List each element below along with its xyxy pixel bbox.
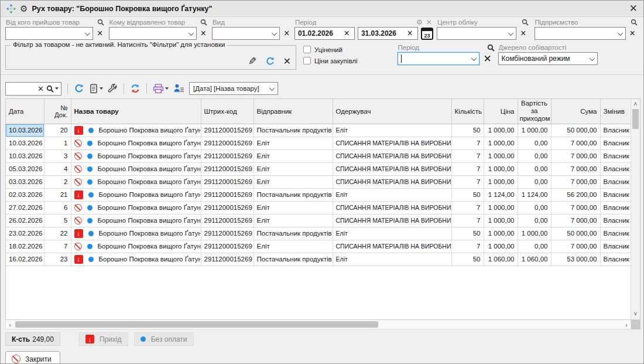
date-to-clear-icon[interactable]: × — [406, 29, 415, 38]
col-header-barcode[interactable]: Штрих-код — [201, 99, 254, 124]
cell-cost[interactable]: 0,00 — [518, 240, 551, 253]
cell-sender[interactable]: Постачальник продуктів — [254, 188, 333, 201]
cell-price[interactable]: 1 000,00 — [484, 227, 518, 240]
cell-product-name[interactable]: Борошно Покровка вищого Ґатунку — [71, 227, 201, 240]
cell-changed-by[interactable]: Власник — [600, 175, 631, 188]
cell-doc-number[interactable]: 23 — [44, 253, 71, 266]
cell-receiver[interactable]: Еліт — [333, 227, 451, 240]
filter-to-clear-icon[interactable]: × — [199, 29, 208, 38]
cell-changed-by[interactable]: Власник — [600, 240, 631, 253]
table-row[interactable]: 02.03.2026 21 Борошно Покровка вищого Ґа… — [6, 188, 631, 201]
cell-sender[interactable]: Еліт — [254, 149, 333, 162]
cell-changed-by[interactable]: Власник — [600, 214, 631, 227]
horizontal-scroll-thumb[interactable] — [15, 321, 378, 328]
cell-sender[interactable]: Еліт — [254, 137, 333, 149]
filter-period2-combo[interactable] — [398, 52, 479, 65]
col-header-cost[interactable]: Вартість за приходом — [518, 99, 551, 124]
search-icon[interactable] — [522, 19, 529, 26]
cell-barcode[interactable]: 2911200015269 — [201, 227, 254, 240]
filter-from-clear-icon[interactable]: × — [95, 29, 104, 38]
close-window-icon[interactable]: ✕ — [629, 4, 638, 13]
period-date-to[interactable]: 31.03.2026× — [358, 27, 418, 40]
col-header-changed[interactable]: Змінив — [600, 99, 631, 124]
cell-changed-by[interactable]: Власник — [600, 253, 631, 266]
cell-date[interactable]: 10.03.2026 — [6, 124, 44, 137]
cell-product-name[interactable]: Борошно Покровка вищого Ґатунку — [71, 253, 201, 266]
cell-cost[interactable]: 1 000,00 — [518, 227, 551, 240]
cell-cost[interactable]: 0,00 — [518, 201, 551, 214]
purchase-prices-checkbox[interactable] — [303, 57, 311, 64]
cell-sum[interactable]: 50 000,00 — [551, 124, 600, 137]
search-icon[interactable] — [46, 85, 59, 93]
cell-receiver[interactable]: СПИСАННЯ МАТЕРІАЛІВ НА ВИРОБНИЦТВО — [333, 137, 451, 149]
cell-doc-number[interactable]: 21 — [44, 188, 71, 201]
cell-barcode[interactable]: 2911200015269 — [201, 214, 254, 227]
cell-date[interactable]: 18.02.2026 — [6, 240, 44, 253]
cell-product-name[interactable]: Борошно Покровка вищого Ґатунку — [71, 175, 201, 188]
table-row[interactable]: 16.02.2026 23 Борошно Покровка вищого Ґа… — [6, 253, 631, 266]
cell-product-name[interactable]: Борошно Покровка вищого Ґатунку — [71, 240, 201, 253]
filter-center-combo[interactable] — [437, 27, 516, 40]
search-icon[interactable] — [200, 19, 207, 26]
col-header-receiver[interactable]: Одержувач — [333, 99, 451, 124]
table-row[interactable]: 10.03.2026 20 Борошно Покровка вищого Ґа… — [6, 124, 631, 137]
scroll-down-icon[interactable]: ˅ — [631, 310, 640, 318]
table-row[interactable]: 27.02.2026 6 Борошно Покровка вищого Ґат… — [6, 201, 631, 214]
filter-enterprise-clear-icon[interactable]: × — [628, 29, 637, 38]
filter-kind-combo[interactable] — [212, 27, 280, 40]
cell-sender[interactable]: Постачальник продуктів — [254, 124, 333, 137]
cell-quantity[interactable]: 7 — [451, 149, 484, 162]
cell-cost[interactable]: 0,00 — [518, 162, 551, 175]
table-row[interactable]: 26.02.2026 5 Борошно Покровка вищого Ґат… — [6, 214, 631, 227]
table-row[interactable]: 18.02.2026 7 Борошно Покровка вищого Ґат… — [6, 240, 631, 253]
calendar-icon[interactable]: 23 — [421, 28, 433, 40]
cell-receiver[interactable]: Еліт — [333, 188, 451, 201]
cell-quantity[interactable]: 50 — [451, 253, 484, 266]
cell-cost[interactable]: 0,00 — [518, 149, 551, 162]
cell-changed-by[interactable]: Власник — [600, 149, 631, 162]
cell-doc-number[interactable]: 2 — [44, 175, 71, 188]
cell-cost[interactable]: 0,00 — [518, 175, 551, 188]
cell-quantity[interactable]: 7 — [451, 214, 484, 227]
cell-quantity[interactable]: 50 — [451, 188, 484, 201]
cell-doc-number[interactable]: 3 — [44, 149, 71, 162]
cell-date[interactable]: 10.03.2026 — [6, 149, 44, 162]
cell-receiver[interactable]: СПИСАННЯ МАТЕРІАЛІВ НА ВИРОБНИЦТВО — [333, 175, 451, 188]
cell-date[interactable]: 27.02.2026 — [6, 201, 44, 214]
cell-price[interactable]: 1 000,00 — [484, 162, 518, 175]
cell-sum[interactable]: 7 000,00 — [551, 214, 600, 227]
discounted-checkbox-row[interactable]: Уцінений — [303, 46, 358, 53]
cell-doc-number[interactable]: 20 — [44, 124, 71, 137]
move-icon[interactable] — [6, 4, 16, 13]
cell-quantity[interactable]: 7 — [451, 137, 484, 149]
search-icon[interactable] — [631, 19, 638, 26]
cell-barcode[interactable]: 2911200015269 — [201, 162, 254, 175]
cell-sender[interactable]: Еліт — [254, 201, 333, 214]
cost-source-combo[interactable]: Комбінований режим — [498, 52, 598, 65]
cell-barcode[interactable]: 2911200015269 — [201, 240, 254, 253]
settings-gear-icon[interactable]: ⚙ — [20, 4, 28, 13]
clear-filter-icon[interactable]: ✕ — [283, 57, 291, 66]
cell-barcode[interactable]: 2911200015269 — [201, 188, 254, 201]
cell-receiver[interactable]: СПИСАННЯ МАТЕРІАЛІВ НА ВИРОБНИЦТВО — [333, 214, 451, 227]
cell-cost[interactable]: 1 060,00 — [518, 253, 551, 266]
cell-price[interactable]: 1 060,00 — [484, 253, 518, 266]
cell-doc-number[interactable]: 6 — [44, 201, 71, 214]
cell-sender[interactable]: Постачальник продуктів — [254, 227, 333, 240]
cell-changed-by[interactable]: Власник — [600, 162, 631, 175]
search-clear-icon[interactable]: ✕ — [37, 84, 44, 93]
cell-sender[interactable]: Еліт — [254, 214, 333, 227]
cell-barcode[interactable]: 2911200015269 — [201, 149, 254, 162]
cell-quantity[interactable]: 50 — [451, 124, 484, 137]
cell-date[interactable]: 26.02.2026 — [6, 214, 44, 227]
filter-to-combo[interactable] — [109, 27, 197, 40]
cell-doc-number[interactable]: 22 — [44, 227, 71, 240]
cell-changed-by[interactable]: Власник — [600, 124, 631, 137]
cell-price[interactable]: 1 124,00 — [484, 188, 518, 201]
cell-sum[interactable]: 7 000,00 — [551, 201, 600, 214]
cell-doc-number[interactable]: 4 — [44, 162, 71, 175]
cell-product-name[interactable]: Борошно Покровка вищого Ґатунку — [71, 188, 201, 201]
search-icon[interactable] — [487, 44, 495, 52]
col-header-sender[interactable]: Відправник — [254, 99, 333, 124]
cell-sender[interactable]: Еліт — [254, 175, 333, 188]
